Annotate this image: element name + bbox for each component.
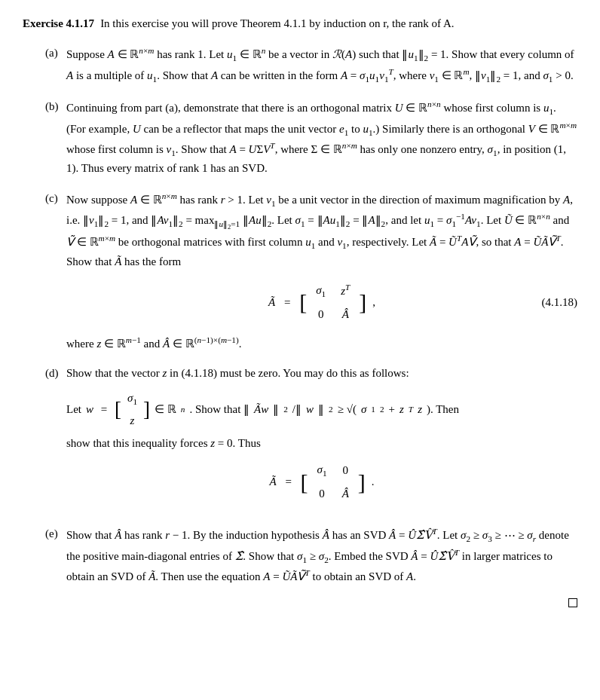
where-text-c: where z ∈ ℝm−1 and Â ∈ ℝ(n−1)×(m−1). bbox=[66, 334, 577, 353]
equation-number-4118: (4.1.18) bbox=[542, 294, 578, 311]
part-a: (a) Suppose A ∈ ℝn×m has rank 1. Let u1 … bbox=[45, 44, 577, 86]
part-a-label: (a) bbox=[45, 44, 66, 62]
let-w-line: Let w = [ σ1 z ] ∈ ℝn. Show that ‖Ãw‖2/‖… bbox=[66, 387, 577, 432]
part-e-label: (e) bbox=[45, 525, 66, 543]
part-a-content: Suppose A ∈ ℝn×m has rank 1. Let u1 ∈ ℝn… bbox=[66, 44, 577, 86]
equation-d-matrix: Ã = [ σ1 0 0 Â bbox=[66, 458, 577, 506]
equation-4118: Ã = [ σ1 zT 0 Â bbox=[66, 278, 577, 326]
part-e: (e) Show that Â has rank r − 1. By the i… bbox=[45, 525, 577, 585]
exercise-title: Exercise 4.1.17 bbox=[23, 15, 94, 32]
exercise-header: Exercise 4.1.17 In this exercise you wil… bbox=[23, 15, 577, 32]
part-b: (b) Continuing from part (a), demonstrat… bbox=[45, 98, 577, 178]
part-b-label: (b) bbox=[45, 98, 66, 115]
part-e-content: Show that Â has rank r − 1. By the induc… bbox=[66, 525, 577, 585]
qed-box bbox=[568, 598, 577, 607]
part-b-content: Continuing from part (a), demonstrate th… bbox=[66, 98, 577, 178]
part-c-content: Now suppose A ∈ ℝn×m has rank r > 1. Let… bbox=[66, 190, 577, 353]
part-d-label: (d) bbox=[45, 365, 66, 382]
exercise-container: Exercise 4.1.17 In this exercise you wil… bbox=[23, 15, 577, 607]
show-inequality-line: show that this inequality forces z = 0. … bbox=[66, 435, 577, 452]
part-d: (d) Show that the vector z in (4.1.18) m… bbox=[45, 365, 577, 513]
part-c-label: (c) bbox=[45, 190, 66, 207]
exercise-intro: In this exercise you will prove Theorem … bbox=[100, 15, 454, 32]
parts-container: (a) Suppose A ∈ ℝn×m has rank 1. Let u1 … bbox=[45, 44, 577, 585]
qed-container bbox=[23, 598, 577, 607]
part-c: (c) Now suppose A ∈ ℝn×m has rank r > 1.… bbox=[45, 190, 577, 353]
part-d-content: Show that the vector z in (4.1.18) must … bbox=[66, 365, 577, 513]
